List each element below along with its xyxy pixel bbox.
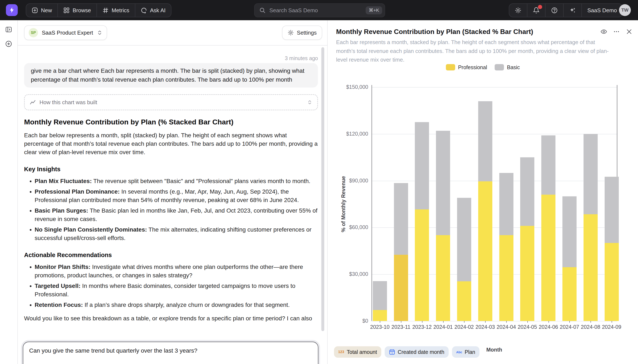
nav-item-ask-ai[interactable]: Ask AI [135,4,171,17]
bar-basic[interactable] [457,198,471,281]
bar-basic[interactable] [605,177,619,243]
bar-professional[interactable] [583,214,598,321]
bar-basic[interactable] [520,157,534,226]
bullet-item: Monitor Plan Shifts: Investigate what dr… [35,263,318,280]
calendar-icon: 1 [389,349,395,355]
response-bullet-list: Monitor Plan Shifts: Investigate what dr… [24,263,318,309]
y-tick-label: $90,000 [330,178,368,184]
bar-basic[interactable] [436,131,450,235]
bar-basic[interactable] [373,281,387,310]
response-intro: Each bar below represents a month, split… [24,131,318,156]
ai-assistant-button[interactable] [563,4,581,17]
bar-professional[interactable] [415,210,429,321]
agent-name: SaaS Product Expert [42,30,93,36]
app: NewBrowseMetricsAsk AI Search SaaS Demo … [0,0,638,364]
collapse-sidebar-button[interactable] [2,24,15,36]
bar-professional[interactable] [605,243,619,321]
chip-label: Created date month [398,349,444,355]
chip-created-date-month[interactable]: 1Created date month [385,346,449,358]
grid-icon [63,7,70,14]
x-tick-mark [590,321,591,323]
bullet-item: Targeted Upsell: In months where Basic d… [35,282,318,298]
search-input[interactable]: Search SaaS Demo ⌘+K [254,3,385,17]
bullet-item: Plan Mix Fluctuates: The revenue split b… [35,177,318,185]
search-shortcut: ⌘+K [366,6,382,14]
message-timestamp: 3 minutes ago [24,55,318,61]
x-tick-label: 2024-09 [597,324,626,330]
bullet-item: Professional Plan Dominance: In several … [35,188,318,204]
chart-panel: Monthly Revenue Contribution by Plan (St… [327,20,638,364]
x-tick-mark [422,321,422,323]
chat-scrollbar[interactable] [321,47,324,331]
settings-gear-button[interactable] [509,4,527,17]
chip-total-amount[interactable]: 123Total amount [334,346,381,358]
y-tick-label: $120,000 [330,131,368,137]
stacked-bar-chart: $0$30,000$60,000$90,000$120,000$150,0002… [328,20,638,364]
gridline [372,181,617,181]
bar-basic[interactable] [499,173,513,235]
nav-item-browse[interactable]: Browse [58,4,97,17]
bar-professional[interactable] [394,255,408,321]
bar-professional[interactable] [373,310,387,321]
bullet-item: Basic Plan Surges: The Basic plan led in… [35,206,318,223]
response-outro: Would you like to see this breakdown as … [24,314,318,322]
bar-professional[interactable] [436,235,450,321]
chat-settings-button[interactable]: Settings [282,26,322,40]
left-rail [0,20,18,364]
svg-text:1: 1 [391,352,393,354]
bar-professional[interactable] [520,226,534,321]
bar-basic[interactable] [562,196,576,267]
app-logo[interactable] [6,4,18,16]
chat-sparkle-icon [141,7,147,14]
response-section-heading: Key Insights [24,166,318,173]
x-tick-mark [485,321,486,323]
nav-item-new[interactable]: New [26,4,58,17]
how-chart-built-expander[interactable]: How this chart was built [24,94,318,110]
bar-basic[interactable] [583,134,598,214]
help-icon [551,7,558,14]
y-axis-title: % of Monthly Revenue [340,176,347,232]
x-tick-mark [401,321,401,323]
chat-messages: 3 minutes ago give me a bar chart where … [18,46,327,322]
bar-basic[interactable] [478,101,492,182]
bar-basic[interactable] [541,136,555,195]
user-avatar[interactable]: TW [619,4,631,16]
chip-plan[interactable]: AbcPlan [452,346,479,358]
user-message: give me a bar chart where Each bar repre… [24,63,318,88]
help-button[interactable] [545,4,563,17]
y-axis-line [372,85,372,321]
x-tick-mark [569,321,570,323]
agent-select[interactable]: SP SaaS Product Expert [24,25,107,40]
workspace-button[interactable]: SaaS Demo [581,4,622,17]
nav-button-group: NewBrowseMetricsAsk AI [26,3,171,17]
bar-professional[interactable] [478,181,492,321]
new-chat-button[interactable] [2,38,15,50]
nav-item-metrics[interactable]: Metrics [97,4,135,17]
number-field-icon: 123 [338,350,344,354]
x-tick-mark [506,321,507,323]
chip-label: Total amount [347,349,377,355]
chevron-updown-icon [307,100,312,105]
chart-line-icon [30,99,36,106]
chevron-updown-icon [97,30,102,36]
text-field-icon: Abc [456,350,462,354]
bar-basic[interactable] [394,183,408,255]
response-title: Monthly Revenue Contribution by Plan (% … [24,118,318,126]
field-chips: 123Total amount1Created date monthAbcPla… [334,346,479,358]
composer-wrapper: Can you give the same trend but quarterl… [21,340,320,364]
bar-professional[interactable] [562,267,576,321]
bullet-item: No Single Plan Consistently Dominates: T… [35,226,318,242]
notifications-button[interactable] [527,4,545,17]
sparkles-icon [569,7,576,14]
how-chart-built-label: How this chart was built [40,99,307,106]
bar-professional[interactable] [499,235,513,321]
chip-label: Plan [465,349,475,355]
search-icon [259,7,266,14]
bar-basic[interactable] [415,122,429,210]
message-input-value: Can you give the same trend but quarterl… [29,346,312,355]
response-section-heading: Actionable Recommendations [24,252,318,258]
bar-professional[interactable] [541,195,555,321]
gridline [372,134,617,134]
message-input[interactable]: Can you give the same trend but quarterl… [23,342,318,364]
bar-professional[interactable] [457,281,471,321]
